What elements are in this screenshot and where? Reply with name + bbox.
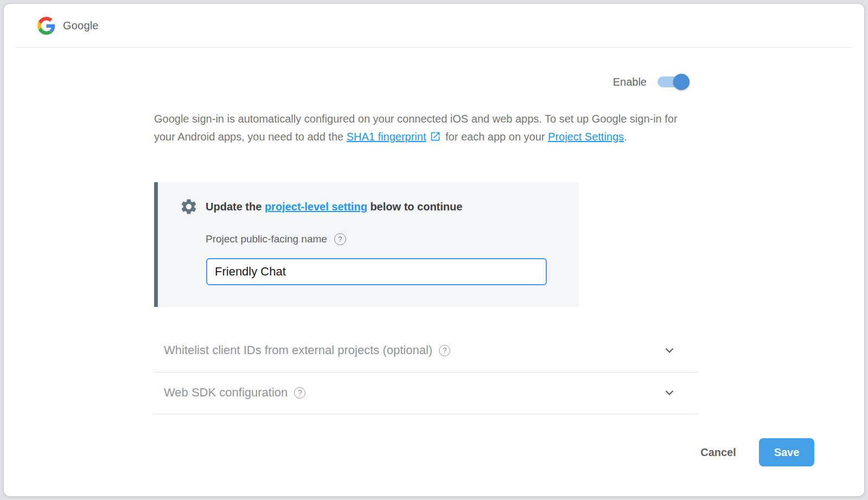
- section-label: Web SDK configuration: [164, 386, 288, 400]
- section-label: Whitelist client IDs from external proje…: [164, 343, 432, 357]
- field-label-row: Project public-facing name ?: [206, 233, 346, 245]
- section-whitelist-client-ids[interactable]: Whitelist client IDs from external proje…: [154, 332, 698, 368]
- section-divider: [154, 372, 698, 373]
- description-segment: .: [624, 131, 627, 143]
- help-icon[interactable]: ?: [439, 345, 450, 356]
- section-web-sdk-config[interactable]: Web SDK configuration ?: [154, 375, 698, 411]
- provider-title: Google: [63, 20, 99, 32]
- chevron-down-icon[interactable]: [662, 386, 676, 400]
- project-level-setting-link[interactable]: project-level setting: [265, 201, 367, 213]
- project-setting-callout: Update the project-level setting below t…: [154, 182, 579, 307]
- field-label: Project public-facing name: [206, 233, 327, 245]
- enable-row: Enable: [613, 74, 690, 90]
- callout-title: Update the project-level setting below t…: [206, 201, 462, 213]
- google-logo-icon: [37, 17, 55, 35]
- callout-title-segment: below to continue: [367, 201, 463, 213]
- google-signin-dialog: Google Enable Google sign-in is automati…: [3, 3, 865, 497]
- project-name-input[interactable]: [206, 258, 547, 285]
- enable-label: Enable: [613, 76, 647, 88]
- gear-icon: [180, 197, 198, 216]
- sha1-fingerprint-link[interactable]: SHA1 fingerprint: [347, 131, 426, 143]
- callout-title-segment: Update the: [206, 201, 265, 213]
- header-divider: [17, 47, 851, 48]
- cancel-button[interactable]: Cancel: [693, 441, 743, 464]
- open-in-new-icon[interactable]: [430, 130, 441, 141]
- help-icon[interactable]: ?: [334, 233, 346, 245]
- dialog-header: Google: [4, 4, 864, 47]
- help-icon[interactable]: ?: [294, 387, 305, 399]
- section-divider: [154, 414, 698, 414]
- save-button[interactable]: Save: [759, 438, 814, 466]
- project-settings-link[interactable]: Project Settings: [548, 131, 624, 143]
- toggle-knob: [673, 74, 690, 90]
- description-text: Google sign-in is automatically configur…: [154, 110, 692, 146]
- description-segment: for each app on your: [442, 131, 548, 143]
- enable-toggle[interactable]: [658, 74, 690, 90]
- chevron-down-icon[interactable]: [662, 343, 676, 357]
